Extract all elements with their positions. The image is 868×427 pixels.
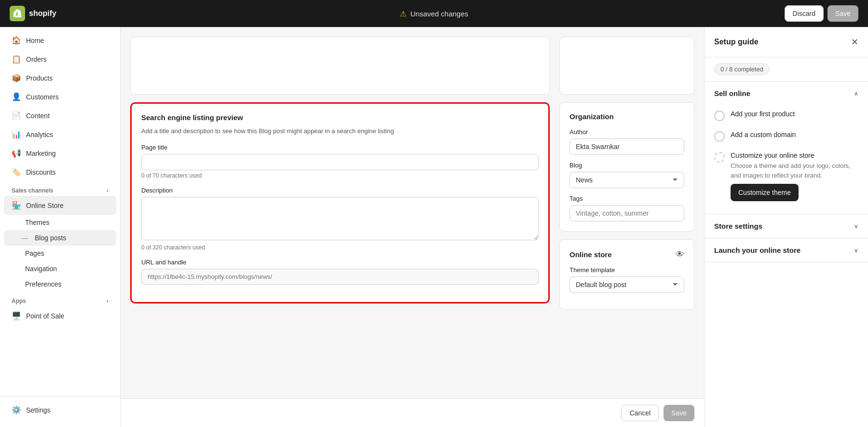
sidebar-label-products: Products <box>26 74 53 82</box>
page-title-input[interactable] <box>141 154 539 170</box>
warning-icon: ⚠ <box>400 9 407 18</box>
online-store-title: Online store <box>570 250 612 259</box>
sidebar-label-discounts: Discounts <box>26 168 55 176</box>
products-icon: 📦 <box>12 73 21 83</box>
sidebar-item-content[interactable]: 📄 Content <box>4 106 116 125</box>
main-content: Search engine listing preview Add a titl… <box>121 27 704 399</box>
sidebar-label-customers: Customers <box>26 93 59 101</box>
settings-icon: ⚙️ <box>12 405 21 414</box>
logo-text: shopify <box>29 9 56 18</box>
apps-label: Apps <box>12 298 26 304</box>
blog-select[interactable]: News <box>570 172 684 188</box>
customers-icon: 👤 <box>12 92 21 101</box>
sidebar-item-online-store[interactable]: 🏪 Online Store <box>4 196 116 215</box>
sidebar-item-orders[interactable]: 📋 Orders <box>4 50 116 69</box>
sidebar: 🏠 Home 📋 Orders 📦 Products 👤 Customers 📄… <box>0 27 121 427</box>
sell-online-chevron-up-icon: ∧ <box>854 90 858 97</box>
customize-store-icon <box>714 152 725 163</box>
main-right: Organization Author Blog News Tags Onlin… <box>559 37 694 389</box>
discounts-icon: 🏷️ <box>12 167 21 177</box>
seo-card: Search engine listing preview Add a titl… <box>130 102 550 303</box>
topbar: shopify ⚠ Unsaved changes Discard Save <box>0 0 868 27</box>
setup-item-custom-domain[interactable]: Add a custom domain <box>714 126 858 147</box>
store-settings-title: Store settings <box>714 222 762 230</box>
sub-indicator: — <box>21 234 28 242</box>
sidebar-item-marketing[interactable]: 📢 Marketing <box>4 144 116 163</box>
description-label: Description <box>141 187 539 194</box>
launch-store-section: Launch your online store ∨ <box>705 238 868 262</box>
setup-panel-close-button[interactable]: ✕ <box>851 37 858 47</box>
launch-store-chevron-down-icon: ∨ <box>854 247 858 254</box>
online-store-icon: 🏪 <box>12 201 21 210</box>
add-product-icon <box>714 110 725 121</box>
discard-button[interactable]: Discard <box>785 5 824 22</box>
theme-template-select[interactable]: Default blog post <box>570 276 684 293</box>
save-button-bottom[interactable]: Save <box>664 405 694 421</box>
custom-domain-text: Add a custom domain <box>731 131 796 138</box>
topbar-actions: Discard Save <box>468 5 858 22</box>
topbar-status: ⚠ Unsaved changes <box>400 9 468 18</box>
sidebar-item-products[interactable]: 📦 Products <box>4 69 116 87</box>
sidebar-sub-item-navigation[interactable]: Navigation <box>4 261 116 276</box>
sidebar-item-customers[interactable]: 👤 Customers <box>4 87 116 106</box>
tags-label: Tags <box>570 195 684 202</box>
sidebar-item-pos[interactable]: 🖥️ Point of Sale <box>4 306 116 325</box>
tags-input[interactable] <box>570 205 684 221</box>
store-settings-header[interactable]: Store settings ∨ <box>705 214 868 238</box>
logo: shopify <box>10 6 400 21</box>
sell-online-title: Sell online <box>714 89 750 97</box>
sidebar-label-preferences: Preferences <box>25 280 61 288</box>
customize-store-text: Customize your online store Choose a the… <box>731 152 858 201</box>
setup-item-customize-store[interactable]: Customize your online store Choose a the… <box>714 147 858 206</box>
sales-channels-label: Sales channels <box>12 187 54 194</box>
theme-template-label: Theme template <box>570 266 684 274</box>
sidebar-label-pos: Point of Sale <box>26 312 64 320</box>
save-button-top[interactable]: Save <box>827 5 858 22</box>
sidebar-item-settings[interactable]: ⚙️ Settings <box>4 400 116 419</box>
add-product-text: Add your first product <box>731 110 795 118</box>
setup-progress: 0 / 8 completed <box>705 57 868 82</box>
sidebar-label-themes: Themes <box>25 219 50 226</box>
pos-icon: 🖥️ <box>12 311 21 320</box>
url-handle-group: URL and handle <box>141 259 539 285</box>
setup-panel: Setup guide ✕ 0 / 8 completed Sell onlin… <box>704 27 868 427</box>
sidebar-sub-item-themes[interactable]: Themes <box>4 215 116 230</box>
right-top-placeholder <box>559 37 694 95</box>
sidebar-item-home[interactable]: 🏠 Home <box>4 31 116 50</box>
sidebar-sub-item-blog-posts[interactable]: — Blog posts <box>4 230 116 246</box>
setup-panel-title: Setup guide <box>714 38 759 46</box>
sidebar-sub-item-preferences[interactable]: Preferences <box>4 276 116 292</box>
sidebar-label-content: Content <box>26 112 50 120</box>
url-handle-input[interactable] <box>141 269 539 285</box>
page-title-char-count: 0 of 70 characters used <box>141 172 539 179</box>
customize-store-subtext: Choose a theme and add your logo, colors… <box>731 161 858 180</box>
store-settings-section: Store settings ∨ <box>705 214 868 238</box>
sidebar-sub-item-pages[interactable]: Pages <box>4 246 116 261</box>
page-title-label: Page title <box>141 144 539 151</box>
sell-online-section: Sell online ∧ Add your first product Add… <box>705 82 868 214</box>
author-label: Author <box>570 128 684 136</box>
sales-channels-section: Sales channels › <box>0 181 120 196</box>
url-handle-label: URL and handle <box>141 259 539 266</box>
sidebar-item-analytics[interactable]: 📊 Analytics <box>4 125 116 144</box>
author-input[interactable] <box>570 138 684 155</box>
setup-panel-header: Setup guide ✕ <box>705 27 868 57</box>
org-card: Organization Author Blog News Tags <box>559 102 694 232</box>
page-title-group: Page title 0 of 70 characters used <box>141 144 539 179</box>
setup-item-add-product[interactable]: Add your first product <box>714 105 858 126</box>
custom-domain-icon <box>714 131 725 142</box>
cancel-button[interactable]: Cancel <box>621 405 659 421</box>
add-product-label: Add your first product <box>731 110 795 118</box>
sell-online-section-header[interactable]: Sell online ∧ <box>705 82 868 105</box>
orders-icon: 📋 <box>12 55 21 64</box>
progress-badge: 0 / 8 completed <box>714 63 770 75</box>
sidebar-item-discounts[interactable]: 🏷️ Discounts <box>4 163 116 181</box>
description-textarea[interactable] <box>141 197 539 240</box>
launch-store-title: Launch your online store <box>714 246 800 254</box>
launch-store-header[interactable]: Launch your online store ∨ <box>705 238 868 262</box>
bottom-bar: Cancel Save <box>121 399 704 427</box>
customize-theme-button[interactable]: Customize theme <box>731 184 799 201</box>
status-text: Unsaved changes <box>410 10 468 18</box>
home-icon: 🏠 <box>12 36 21 45</box>
eye-icon[interactable]: 👁 <box>676 249 684 260</box>
